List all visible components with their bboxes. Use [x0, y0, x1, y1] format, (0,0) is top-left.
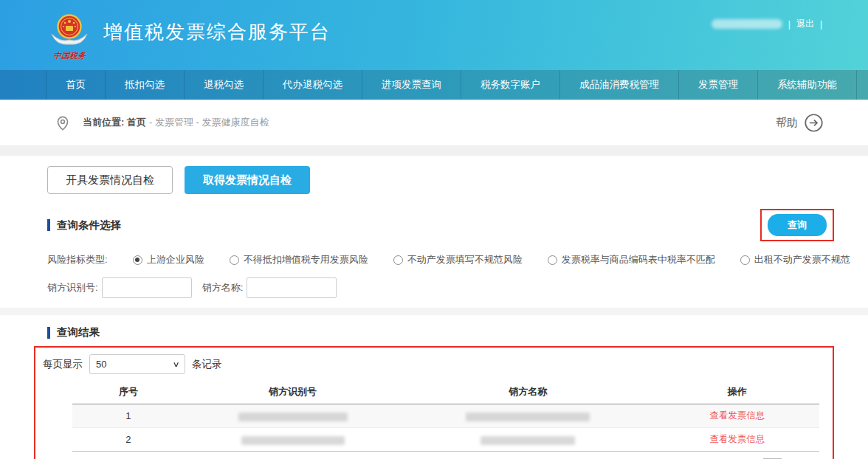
- separator: |: [820, 19, 822, 30]
- annotation-red-box-query: 查询: [760, 209, 834, 241]
- selfcheck-tabs: 开具发票情况自检 取得发票情况自检: [34, 166, 834, 194]
- nav-item-agent-refund-check[interactable]: 代办退税勾选: [264, 70, 362, 100]
- logout-link[interactable]: 退出: [796, 18, 814, 30]
- seller-id-redacted: [185, 428, 401, 452]
- view-invoice-info-link[interactable]: 查看发票信息: [709, 410, 765, 421]
- divider-strip: [0, 308, 868, 315]
- query-result-title-text: 查询结果: [57, 325, 100, 339]
- nav-item-refined-oil-tax[interactable]: 成品油消费税管理: [560, 70, 679, 100]
- nav-item-tax-refund-check[interactable]: 退税勾选: [185, 70, 264, 100]
- query-condition-section-header: 查询条件选择 查询: [34, 209, 834, 241]
- pagesize-suffix: 条记录: [192, 358, 222, 371]
- pagesize-prefix: 每页显示: [43, 358, 83, 371]
- seller-name-label: 销方名称:: [202, 281, 244, 294]
- seller-id-redacted: [185, 404, 401, 428]
- radio-label: 上游企业风险: [147, 253, 204, 266]
- view-invoice-info-link[interactable]: 查看发票信息: [709, 434, 765, 444]
- radio-label: 发票税率与商品编码表中税率不匹配: [562, 253, 715, 266]
- radio-leased-real-estate-invoice-risk[interactable]: 出租不动产发票不规范: [740, 253, 850, 266]
- column-header-index: 序号: [72, 380, 185, 404]
- radio-real-estate-invoice-fill-risk[interactable]: 不动产发票填写不规范风险: [393, 253, 523, 266]
- radio-unselected-icon: [230, 255, 239, 265]
- risk-type-label: 风险指标类型:: [47, 253, 108, 266]
- results-table: 序号 销方识别号 销方名称 操作 1 查看发票信息 2 查看发票信息: [72, 380, 819, 452]
- column-header-seller-id: 销方识别号: [185, 380, 401, 404]
- national-emblem-icon: [49, 12, 90, 50]
- table-header-row: 序号 销方识别号 销方名称 操作: [72, 380, 819, 404]
- radio-tax-rate-mismatch-risk[interactable]: 发票税率与商品编码表中税率不匹配: [548, 253, 715, 266]
- column-header-action: 操作: [655, 380, 819, 404]
- radio-selected-icon: [133, 255, 142, 265]
- redacted-value: [466, 413, 590, 421]
- app-header: 中国税务 增值税发票综合服务平台 | 退出 |: [0, 0, 868, 70]
- radio-unselected-icon: [740, 255, 750, 265]
- seller-name-redacted: [401, 428, 655, 452]
- annotation-red-box-results: 每页显示 50 ∨ 条记录 序号 销方识别号 销方名称 操作 1: [34, 346, 834, 459]
- seller-filter-fields: 销方识别号: 销方名称:: [34, 277, 834, 298]
- redacted-value: [480, 436, 575, 445]
- main-nav: 首页 抵扣勾选 退税勾选 代办退税勾选 进项发票查询 税务数字账户 成品油消费税…: [0, 70, 868, 100]
- row-index: 2: [72, 428, 185, 452]
- table-row: 2 查看发票信息: [72, 428, 819, 452]
- radio-label: 不动产发票填写不规范风险: [407, 253, 523, 266]
- tab-obtained-invoice-selfcheck[interactable]: 取得发票情况自检: [185, 166, 310, 194]
- redacted-value: [238, 413, 348, 421]
- pagesize-select[interactable]: 50 ∨: [89, 354, 185, 374]
- section-accent-bar: [47, 327, 50, 339]
- seller-id-label: 销方识别号:: [47, 281, 98, 294]
- redacted-value: [241, 436, 345, 445]
- radio-unselected-icon: [393, 255, 403, 265]
- query-result-title: 查询结果: [34, 325, 100, 339]
- main-content: 开具发票情况自检 取得发票情况自检 查询条件选择 查询 风险指标类型: 上游企业…: [0, 166, 868, 459]
- query-result-section-header: 查询结果: [34, 325, 834, 339]
- nav-item-input-invoice-query[interactable]: 进项发票查询: [362, 70, 461, 100]
- radio-non-deductible-vat-invoice-risk[interactable]: 不得抵扣增值税专用发票风险: [230, 253, 368, 266]
- help-label: 帮助: [776, 116, 798, 130]
- divider-strip: [0, 145, 868, 156]
- radio-upstream-enterprise-risk[interactable]: 上游企业风险: [133, 253, 204, 266]
- logo-caption: 中国税务: [45, 50, 94, 61]
- risk-type-radio-group: 风险指标类型: 上游企业风险 不得抵扣增值税专用发票风险 不动产发票填写不规范风…: [34, 253, 834, 266]
- nav-item-home[interactable]: 首页: [46, 70, 106, 100]
- breadcrumb-current: 当前位置: 首页: [83, 116, 146, 129]
- seller-name-redacted: [401, 404, 655, 428]
- query-button[interactable]: 查询: [768, 214, 827, 236]
- table-row: 1 查看发票信息: [72, 404, 819, 428]
- chevron-down-icon: ∨: [172, 360, 179, 368]
- seller-name-input[interactable]: [247, 277, 337, 298]
- column-header-seller-name: 销方名称: [401, 380, 655, 404]
- radio-label: 出租不动产发票不规范: [754, 253, 850, 266]
- username-redacted: [712, 19, 782, 29]
- separator: |: [788, 19, 790, 30]
- location-pin-icon: [53, 113, 72, 132]
- arrow-right-circle-icon: [804, 113, 824, 133]
- query-condition-title: 查询条件选择: [34, 218, 121, 232]
- seller-id-input[interactable]: [102, 277, 192, 298]
- query-condition-title-text: 查询条件选择: [57, 218, 121, 232]
- user-area: | 退出 |: [712, 18, 822, 30]
- section-accent-bar: [47, 219, 50, 231]
- nav-item-invoice-management[interactable]: 发票管理: [679, 70, 758, 100]
- nav-item-tax-digital-account[interactable]: 税务数字账户: [461, 70, 560, 100]
- nav-item-system-aux[interactable]: 系统辅助功能: [758, 70, 857, 100]
- app-title: 增值税发票综合服务平台: [103, 19, 331, 45]
- breadcrumb-trail: - 发票管理 - 发票健康度自检: [149, 116, 269, 129]
- pagesize-row: 每页显示 50 ∨ 条记录: [43, 354, 825, 374]
- row-index: 1: [72, 404, 185, 428]
- breadcrumb-bar: 当前位置: 首页 - 发票管理 - 发票健康度自检 帮助: [0, 100, 868, 145]
- help-button[interactable]: 帮助: [776, 113, 824, 133]
- tax-emblem-logo: 中国税务: [46, 12, 93, 61]
- radio-unselected-icon: [548, 255, 557, 265]
- nav-item-deduction-check[interactable]: 抵扣勾选: [106, 70, 185, 100]
- tab-issued-invoice-selfcheck[interactable]: 开具发票情况自检: [47, 166, 173, 194]
- radio-label: 不得抵扣增值税专用发票风险: [244, 253, 368, 266]
- pagesize-value: 50: [96, 359, 106, 370]
